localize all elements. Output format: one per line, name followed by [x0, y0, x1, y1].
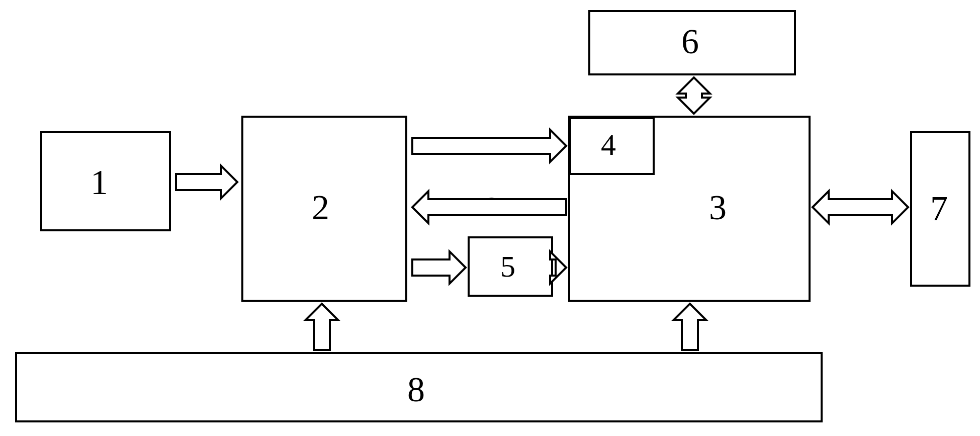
label-2: 2: [312, 190, 329, 225]
label-1: 1: [91, 165, 108, 200]
arrow-3-to-7-double: [813, 191, 908, 223]
arrow-2-to-5: [412, 251, 466, 284]
label-4: 4: [601, 130, 616, 160]
diagram-stage: 1 2 3 4 5 6 7 8 9: [0, 0, 980, 436]
arrow-1-to-2: [176, 166, 237, 198]
label-3: 3: [709, 190, 727, 225]
label-5: 5: [500, 251, 515, 282]
arrow-8-to-2: [306, 304, 338, 350]
arrow-2-to-4: [412, 130, 566, 162]
arrow-8-to-3: [674, 304, 706, 350]
edge-label-9: 9: [487, 194, 497, 214]
label-6: 6: [681, 24, 699, 59]
label-7: 7: [930, 191, 948, 226]
arrow-3-to-6-double: [678, 77, 710, 114]
label-8: 8: [407, 372, 425, 407]
